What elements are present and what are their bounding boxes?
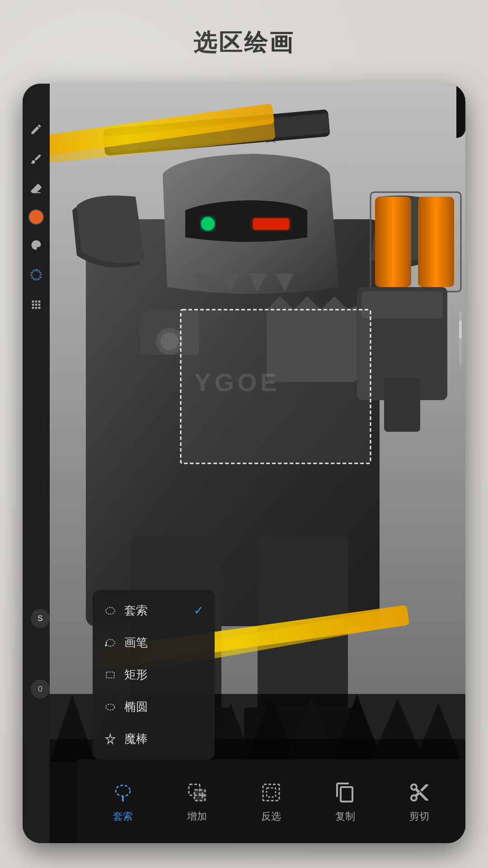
rect-icon <box>103 668 117 682</box>
tool-pen[interactable] <box>27 120 46 139</box>
lasso-icon <box>103 604 117 618</box>
svg-rect-20 <box>384 377 420 432</box>
tool-smudge[interactable] <box>27 236 46 255</box>
canvas-area: ↩ ↪ ✕ <box>50 84 465 843</box>
svg-point-9 <box>201 217 215 231</box>
page-title: 选区绘画 <box>0 0 488 77</box>
svg-rect-4 <box>375 197 411 287</box>
popup-menu: 套索 ✓ 画笔 <box>93 590 215 760</box>
menu-label-lasso: 套索 <box>124 603 148 618</box>
bottom-cut-icon <box>407 780 432 805</box>
svg-point-34 <box>106 639 115 646</box>
artwork: YGOE <box>50 84 465 843</box>
tool-grid[interactable] <box>27 295 46 314</box>
menu-label-wand: 魔棒 <box>124 731 148 747</box>
svg-rect-19 <box>361 292 443 319</box>
brush-pen-icon <box>103 636 117 650</box>
left-toolbar: S 0 <box>23 84 50 843</box>
tool-brush[interactable] <box>27 150 46 169</box>
svg-marker-39 <box>106 734 115 744</box>
scrollbar-thumb <box>459 321 462 339</box>
menu-item-brush[interactable]: 画笔 <box>93 627 215 659</box>
svg-point-38 <box>106 704 115 710</box>
scrollbar[interactable] <box>459 311 462 366</box>
menu-item-lasso[interactable]: 套索 ✓ <box>93 594 215 627</box>
tool-selection[interactable] <box>27 265 46 284</box>
bottom-label-cut: 剪切 <box>409 810 429 823</box>
svg-point-36 <box>105 644 107 646</box>
menu-item-rect[interactable]: 矩形 <box>93 659 215 691</box>
ellipse-icon <box>103 700 117 714</box>
menu-label-brush: 画笔 <box>124 635 148 651</box>
bottom-label-copy: 复制 <box>335 810 355 823</box>
bottom-tool-add[interactable]: 增加 <box>177 775 217 828</box>
bottom-copy-icon <box>333 780 358 805</box>
s-button[interactable]: S <box>31 609 50 628</box>
svg-text:YGOE: YGOE <box>194 368 281 396</box>
camera-notch <box>456 84 465 138</box>
menu-item-wand[interactable]: 魔棒 <box>93 723 215 755</box>
bottom-tool-cut[interactable]: 剪切 <box>399 775 439 828</box>
svg-rect-10 <box>253 218 289 230</box>
svg-point-33 <box>106 607 115 614</box>
bottom-tool-lasso[interactable]: 套索 <box>103 775 143 828</box>
svg-rect-5 <box>418 197 454 287</box>
checkmark: ✓ <box>194 604 204 618</box>
bottom-toolbar: 套索 增加 <box>77 760 465 843</box>
menu-label-rect: 矩形 <box>124 667 148 683</box>
wand-icon <box>103 732 117 746</box>
svg-rect-47 <box>267 788 276 797</box>
color-picker[interactable] <box>28 209 44 225</box>
svg-rect-46 <box>263 784 279 801</box>
svg-point-17 <box>160 332 178 350</box>
menu-label-ellipse: 椭圆 <box>124 699 148 715</box>
bottom-label-lasso: 套索 <box>113 810 133 823</box>
tool-eraser[interactable] <box>27 179 46 198</box>
bottom-lasso-icon <box>110 780 136 805</box>
zero-label: 0 <box>38 684 42 694</box>
bottom-label-add: 增加 <box>187 810 207 823</box>
bottom-invert-icon <box>258 780 284 805</box>
bottom-label-invert: 反选 <box>261 810 281 823</box>
svg-point-40 <box>116 785 130 796</box>
svg-rect-37 <box>106 672 114 678</box>
zero-button[interactable]: 0 <box>31 679 50 698</box>
s-label: S <box>38 614 43 623</box>
tablet-frame: S 0 ↩ ↪ <box>23 84 465 843</box>
bottom-add-icon <box>184 780 210 805</box>
bottom-tool-invert[interactable]: 反选 <box>251 775 291 828</box>
bottom-tool-copy[interactable]: 复制 <box>325 775 365 828</box>
menu-item-ellipse[interactable]: 椭圆 <box>93 691 215 723</box>
